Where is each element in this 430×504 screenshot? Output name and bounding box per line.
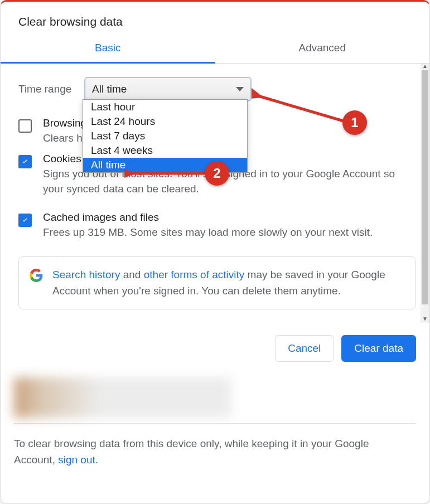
- dialog-button-row: Cancel Clear data: [1, 323, 429, 374]
- scrollbar-thumb[interactable]: [422, 70, 428, 304]
- checkbox-cache[interactable]: [18, 214, 32, 227]
- link-sign-out[interactable]: sign out: [58, 454, 95, 466]
- footer-post: .: [95, 454, 98, 466]
- tab-advanced[interactable]: Advanced: [215, 34, 430, 63]
- checkbox-browsing-history[interactable]: [18, 119, 32, 133]
- dropdown-item-last-7-days[interactable]: Last 7 days: [83, 129, 247, 143]
- google-info-card: Search history and other forms of activi…: [18, 256, 416, 309]
- time-range-select[interactable]: All time: [84, 77, 252, 101]
- time-range-dropdown: Last hour Last 24 hours Last 7 days Last…: [83, 99, 248, 173]
- divider: [14, 423, 416, 424]
- google-logo-icon: [29, 268, 44, 283]
- time-range-selected-value: All time: [92, 83, 127, 95]
- cache-desc: Frees up 319 MB. Some sites may load mor…: [43, 225, 400, 240]
- scroll-area: ▲ ▼ Time range All time Last hour Last 2…: [1, 64, 429, 323]
- dialog-title: Clear browsing data: [1, 2, 429, 34]
- cache-title: Cached images and files: [43, 211, 416, 224]
- tab-bar: Basic Advanced: [1, 34, 429, 64]
- redacted-account-block: [14, 377, 231, 418]
- cancel-button[interactable]: Cancel: [275, 335, 334, 362]
- row-cache: Cached images and files Frees up 319 MB.…: [18, 201, 416, 245]
- clear-data-button[interactable]: Clear data: [341, 335, 416, 362]
- info-mid1: and: [120, 269, 143, 280]
- link-search-history[interactable]: Search history: [52, 269, 120, 280]
- scroll-down-arrow-icon[interactable]: ▼: [422, 316, 428, 323]
- link-other-activity[interactable]: other forms of activity: [144, 269, 245, 280]
- tab-basic[interactable]: Basic: [1, 34, 215, 63]
- checkbox-cookies[interactable]: [18, 155, 32, 168]
- dropdown-item-last-hour[interactable]: Last hour: [83, 100, 247, 114]
- dropdown-item-all-time[interactable]: All time: [83, 158, 247, 172]
- footer-text: To clear browsing data from this device …: [1, 429, 429, 481]
- chevron-down-icon: [236, 87, 244, 91]
- dropdown-item-last-4-weeks[interactable]: Last 4 weeks: [83, 143, 247, 158]
- time-range-label: Time range: [18, 83, 84, 95]
- google-info-text: Search history and other forms of activi…: [52, 267, 405, 299]
- scroll-up-arrow-icon[interactable]: ▲: [422, 64, 428, 70]
- tab-advanced-label: Advanced: [298, 42, 346, 54]
- scrollbar-track[interactable]: ▲ ▼: [421, 64, 429, 323]
- clear-browsing-data-dialog: Clear browsing data Basic Advanced ▲ ▼ T…: [0, 0, 430, 504]
- dropdown-item-last-24-hours[interactable]: Last 24 hours: [83, 114, 247, 129]
- tab-basic-label: Basic: [95, 42, 120, 54]
